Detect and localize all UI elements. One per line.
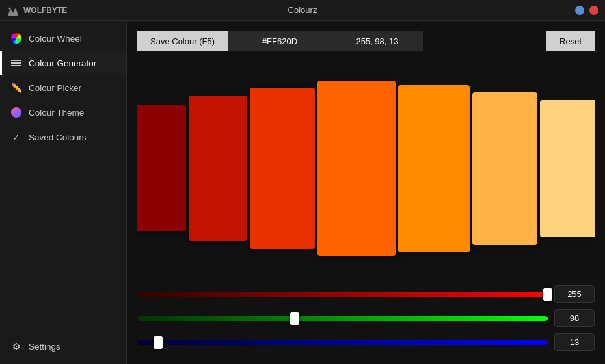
blue-slider-track[interactable] (137, 340, 548, 345)
colour-swatch-5[interactable] (472, 92, 537, 245)
sidebar-label-settings: Settings (29, 342, 60, 352)
sidebar-item-settings[interactable]: ⚙ Settings (0, 334, 126, 359)
sidebar-label-colour-generator: Colour Generator (29, 58, 96, 68)
colour-swatch-3[interactable] (317, 81, 396, 256)
content-area: Save Colour (F5) #FF620D 255, 98, 13 Res… (127, 21, 605, 364)
blue-slider-thumb[interactable] (154, 336, 163, 349)
sidebar-item-saved-colours[interactable]: ✓ Saved Colours (0, 125, 126, 150)
sidebar-label-colour-theme: Colour Theme (29, 108, 84, 118)
green-value-box: 98 (554, 309, 595, 327)
green-slider-track[interactable] (137, 316, 548, 321)
sidebar: Colour Wheel Colour Generator ✏️ Colour … (0, 21, 127, 364)
rgb-value-display: 255, 98, 13 (332, 31, 423, 51)
wolf-icon (7, 4, 20, 17)
hex-value-display: #FF620D (228, 31, 332, 51)
colour-swatch-0[interactable] (137, 105, 186, 231)
blue-value-box: 13 (554, 333, 595, 351)
colour-swatch-1[interactable] (189, 96, 247, 241)
colour-generator-icon (10, 57, 22, 69)
green-slider-row: 98 (137, 309, 595, 327)
settings-icon: ⚙ (10, 341, 22, 352)
colour-picker-icon: ✏️ (10, 82, 22, 94)
red-slider-track[interactable] (137, 292, 548, 297)
swatches-container (137, 60, 595, 276)
red-value-box: 255 (554, 285, 595, 303)
minimize-button[interactable] (575, 6, 584, 15)
sidebar-item-colour-wheel[interactable]: Colour Wheel (0, 26, 126, 51)
green-slider-thumb[interactable] (290, 312, 299, 325)
blue-slider-row: 13 (137, 333, 595, 351)
red-slider-row: 255 (137, 285, 595, 303)
svg-point-1 (9, 7, 11, 9)
close-button[interactable] (589, 6, 598, 15)
window-title: Colourz (288, 5, 317, 15)
sidebar-label-colour-picker: Colour Picker (29, 83, 81, 93)
sidebar-label-colour-wheel: Colour Wheel (29, 34, 82, 44)
sidebar-item-colour-generator[interactable]: Colour Generator (0, 51, 126, 75)
sidebar-bottom: ⚙ Settings (0, 331, 126, 359)
swatches-area (137, 60, 595, 276)
app-logo: WOLFBYTE (7, 4, 67, 17)
window-controls (575, 6, 598, 15)
colour-swatch-6[interactable] (540, 100, 595, 237)
sidebar-label-saved-colours: Saved Colours (29, 133, 87, 142)
colour-swatch-4[interactable] (398, 85, 470, 252)
sidebar-item-colour-picker[interactable]: ✏️ Colour Picker (0, 75, 126, 100)
titlebar: WOLFBYTE Colourz (0, 0, 605, 21)
colour-wheel-icon (10, 32, 22, 44)
toolbar: Save Colour (F5) #FF620D 255, 98, 13 Res… (137, 31, 595, 51)
red-slider-thumb[interactable] (543, 288, 552, 301)
save-colour-button[interactable]: Save Colour (F5) (137, 31, 228, 51)
colour-swatch-2[interactable] (250, 88, 315, 249)
main-layout: Colour Wheel Colour Generator ✏️ Colour … (0, 21, 605, 364)
sliders-section: 255 98 13 (137, 285, 595, 354)
saved-colours-icon: ✓ (10, 131, 22, 143)
sidebar-item-colour-theme[interactable]: Colour Theme (0, 100, 126, 125)
colour-theme-icon (10, 107, 22, 118)
reset-button[interactable]: Reset (546, 31, 595, 51)
